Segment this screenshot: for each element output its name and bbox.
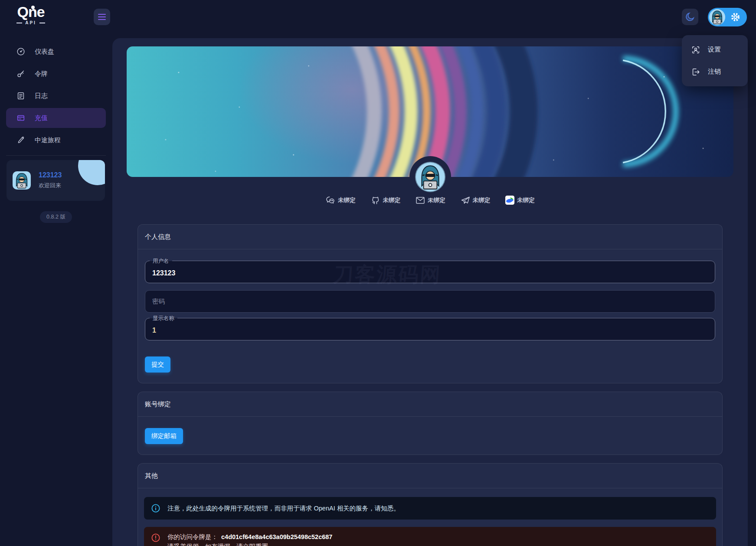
menu-item-label: 设置 [708, 46, 721, 54]
bind-email-button[interactable]: 绑定邮箱 [145, 428, 183, 444]
submit-button[interactable]: 提交 [145, 356, 170, 373]
binding-telegram[interactable]: 未绑定 [460, 195, 491, 206]
app-logo: Qne API [11, 4, 50, 25]
binding-status: 未绑定 [383, 196, 401, 204]
key-icon [16, 69, 26, 78]
hamburger-icon [98, 12, 106, 22]
display-name-label: 显示名称 [150, 314, 177, 322]
token-tip: 请妥善保管。如有泄漏，请立即重置。 [167, 543, 275, 546]
profile-banner-wrap [127, 46, 733, 177]
sidebar-item-recharge[interactable]: 充值 [6, 108, 106, 128]
display-name-input[interactable] [145, 318, 715, 340]
logo-subtitle: API [11, 20, 50, 25]
main-panel: 未绑定 未绑定 未绑定 未绑定 [112, 38, 748, 546]
card-title: 账号绑定 [138, 392, 722, 417]
sidebar-item-label: 中途旅程 [35, 136, 61, 144]
binding-lark[interactable]: 未绑定 [505, 195, 535, 205]
sidebar-toggle-button[interactable] [94, 9, 110, 25]
username-label: 用户名 [150, 257, 172, 265]
lark-icon [505, 195, 515, 205]
sidebar-divider [6, 155, 106, 156]
card-title: 其他 [138, 464, 722, 488]
user-dropdown-menu: 设置 注销 [682, 35, 748, 86]
brush-icon [16, 135, 26, 145]
sidebar-item-label: 日志 [35, 92, 48, 100]
account-binding-card: 账号绑定 绑定邮箱 [137, 392, 723, 455]
sidebar-item-logs[interactable]: 日志 [6, 86, 106, 106]
user-name: 123123 [39, 171, 62, 179]
main-content: 个人信息 用户名 显示名称 提交 账号绑定 绑定邮 [112, 224, 748, 546]
sidebar-item-dashboard[interactable]: 仪表盘 [6, 42, 106, 62]
display-name-field-wrap: 显示名称 [145, 318, 715, 340]
user-avatar [709, 9, 725, 25]
logout-icon [691, 67, 700, 77]
access-token-alert: 你的访问令牌是：c4d01cf64e8a4c63a09b25498c52c687… [144, 527, 716, 546]
sidebar-user-card[interactable]: 123123 欢迎回来 [7, 160, 105, 201]
gear-icon [730, 12, 741, 23]
user-scan-icon [691, 45, 700, 55]
binding-status: 未绑定 [338, 196, 356, 204]
logo-text: Qne [11, 4, 50, 20]
github-icon [370, 195, 381, 206]
menu-item-logout[interactable]: 注销 [682, 61, 748, 83]
menu-item-label: 注销 [708, 68, 721, 76]
version-badge: 0.8.2 版 [40, 211, 72, 223]
sidebar: 仪表盘 令牌 日志 充值 中途旅程 [0, 38, 112, 546]
password-field-wrap [145, 290, 715, 313]
token-label: 你的访问令牌是： [167, 533, 218, 540]
sidebar-item-tokens[interactable]: 令牌 [6, 64, 106, 84]
other-card: 其他 注意，此处生成的令牌用于系统管理，而非用于请求 OpenAI 相关的服务，… [137, 463, 723, 546]
user-greeting: 欢迎回来 [39, 182, 62, 190]
binding-status: 未绑定 [473, 196, 491, 204]
sidebar-item-label: 令牌 [35, 70, 48, 78]
card-decoration-circle [78, 160, 105, 185]
notice-text: 注意，此处生成的令牌用于系统管理，而非用于请求 OpenAI 相关的服务，请知悉… [167, 504, 400, 513]
binding-status: 未绑定 [517, 196, 535, 204]
error-icon [151, 533, 160, 543]
moon-icon [685, 12, 695, 22]
topbar: Qne API [0, 0, 756, 38]
logs-icon [16, 91, 26, 101]
credit-card-icon [16, 113, 26, 123]
binding-wechat[interactable]: 未绑定 [325, 195, 356, 206]
binding-github[interactable]: 未绑定 [370, 195, 401, 206]
password-input[interactable] [145, 291, 715, 312]
sidebar-item-label: 仪表盘 [35, 48, 54, 56]
sidebar-menu: 仪表盘 令牌 日志 充值 中途旅程 [0, 38, 112, 150]
personal-info-card: 个人信息 用户名 显示名称 提交 [137, 224, 723, 383]
sidebar-item-midjourney[interactable]: 中途旅程 [6, 130, 106, 150]
telegram-icon [460, 195, 471, 206]
card-title: 个人信息 [138, 225, 722, 249]
token-notice-alert: 注意，此处生成的令牌用于系统管理，而非用于请求 OpenAI 相关的服务，请知悉… [144, 497, 716, 520]
profile-avatar [415, 162, 445, 192]
logo-dot [31, 6, 35, 9]
access-token-value: c4d01cf64e8a4c63a09b25498c52c687 [221, 533, 332, 540]
menu-item-settings[interactable]: 设置 [682, 39, 748, 61]
user-menu-button[interactable] [708, 8, 747, 26]
username-input[interactable] [145, 261, 715, 283]
user-avatar [13, 171, 31, 190]
username-field-wrap: 用户名 [145, 261, 715, 283]
info-icon [151, 503, 160, 513]
wechat-icon [325, 195, 336, 206]
sidebar-item-label: 充值 [35, 114, 48, 122]
dark-mode-toggle-button[interactable] [682, 9, 698, 25]
dashboard-icon [16, 47, 26, 56]
